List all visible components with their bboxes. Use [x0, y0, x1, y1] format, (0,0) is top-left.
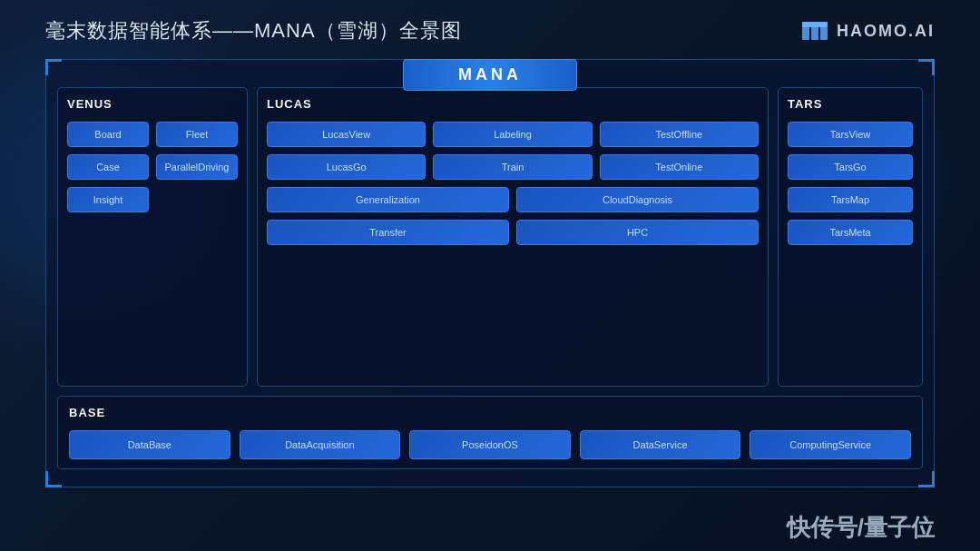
inner-area: VENUS Board Fleet Case ParallelDriving I…: [57, 87, 923, 476]
watermark-text: 快传号/量子位: [787, 512, 935, 544]
lucas-testoffline[interactable]: TestOffline: [600, 122, 759, 147]
lucas-grid-row2: LucasGo Train TestOnline: [267, 154, 759, 180]
venus-insight[interactable]: Insight: [67, 187, 149, 212]
lucas-labeling[interactable]: Labeling: [433, 122, 592, 147]
svg-rect-3: [802, 22, 828, 27]
tars-title: TARS: [788, 97, 913, 111]
logo-text: HAOMO.AI: [837, 22, 935, 41]
venus-row3: Insight: [67, 187, 238, 212]
lucas-hpc[interactable]: HPC: [516, 220, 759, 245]
venus-board[interactable]: Board: [67, 122, 149, 147]
corner-tl: [45, 59, 62, 75]
base-poseidonos[interactable]: PoseidonOS: [409, 430, 571, 459]
lucas-clouddiagnosis[interactable]: CloudDiagnosis: [516, 187, 759, 212]
header: 毫末数据智能体系——MANA（雪湖）全景图 HAOMO.AI: [45, 16, 935, 45]
base-grid: DataBase DataAcquisition PoseidonOS Data…: [69, 430, 911, 459]
tars-grid: TarsView TarsGo TarsMap TarsMeta: [788, 122, 913, 245]
tars-tarsview[interactable]: TarsView: [788, 122, 913, 147]
lucas-lucasview[interactable]: LucasView: [267, 122, 426, 147]
lucas-title: LUCAS: [267, 97, 759, 111]
lucas-generalization[interactable]: Generalization: [267, 187, 509, 212]
corner-tr: [918, 59, 935, 75]
lucas-grid-row4: Transfer HPC: [267, 220, 759, 245]
base-computingservice[interactable]: ComputingService: [750, 430, 911, 459]
lucas-testonline[interactable]: TestOnline: [600, 154, 759, 180]
logo-area: HAOMO.AI: [800, 16, 935, 45]
tars-tarsgo[interactable]: TarsGo: [788, 154, 913, 180]
watermark: 快传号/量子位: [787, 512, 935, 544]
lucas-train[interactable]: Train: [433, 154, 592, 180]
venus-section: VENUS Board Fleet Case ParallelDriving I…: [57, 87, 248, 387]
base-title: BASE: [69, 406, 911, 419]
venus-case[interactable]: Case: [67, 154, 149, 180]
base-section: BASE DataBase DataAcquisition PoseidonOS…: [57, 396, 923, 469]
lucas-grid-row3: Generalization CloudDiagnosis: [267, 187, 759, 212]
haomo-logo-icon: [800, 16, 829, 45]
base-dataacquisition[interactable]: DataAcquisition: [240, 430, 401, 459]
venus-paralleldriving[interactable]: ParallelDriving: [156, 154, 238, 180]
page-title: 毫末数据智能体系——MANA（雪湖）全景图: [45, 17, 462, 44]
diagram-container: MANA VENUS Board Fleet Case ParallelDriv…: [45, 59, 935, 487]
mana-label: MANA: [458, 65, 522, 84]
venus-grid-row1: Board Fleet Case ParallelDriving: [67, 122, 238, 180]
lucas-lucasgo[interactable]: LucasGo: [267, 154, 426, 180]
lucas-section: LUCAS LucasView Labeling TestOffline Luc…: [257, 87, 769, 387]
lucas-grid-row1: LucasView Labeling TestOffline: [267, 122, 759, 147]
lucas-transfer[interactable]: Transfer: [267, 220, 509, 245]
base-dataservice[interactable]: DataService: [580, 430, 741, 459]
tars-section: TARS TarsView TarsGo TarsMap TarsMeta: [778, 87, 923, 387]
base-database[interactable]: DataBase: [69, 430, 230, 459]
mana-bar: MANA: [403, 59, 577, 91]
tars-tarsmeta[interactable]: TarsMeta: [788, 220, 913, 245]
columns-row: VENUS Board Fleet Case ParallelDriving I…: [57, 87, 923, 387]
tars-tarsmap[interactable]: TarsMap: [788, 187, 913, 212]
venus-fleet[interactable]: Fleet: [156, 122, 238, 147]
venus-title: VENUS: [67, 97, 238, 111]
